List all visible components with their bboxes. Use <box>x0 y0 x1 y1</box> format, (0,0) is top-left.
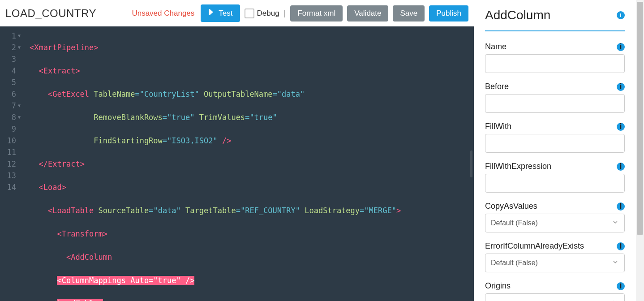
line-number: 6 <box>0 88 21 100</box>
unsaved-indicator: Unsaved Changes <box>132 9 194 18</box>
field-label: Name <box>485 42 507 52</box>
side-panel-wrap: AddColumn i NameiBeforeiFillWithiFillWit… <box>474 0 644 301</box>
format-xml-button[interactable]: Format xml <box>290 5 343 22</box>
field-fillwithexpression: FillWithExpressioni <box>485 162 625 193</box>
line-number: 5 <box>0 77 21 88</box>
main-area: LOAD_COUNTRY Unsaved Changes Test Debug … <box>0 0 474 301</box>
before-input[interactable] <box>485 94 625 113</box>
line-number: 12 <box>0 158 21 170</box>
field-label-row: ErrorIfColumnAlreadyExistsi <box>485 241 625 251</box>
info-icon[interactable]: i <box>617 202 625 211</box>
info-icon[interactable]: i <box>617 123 625 131</box>
fold-icon[interactable]: ▼ <box>18 100 21 112</box>
field-errorifcolumnalreadyexists: ErrorIfColumnAlreadyExistsiDefault (Fals… <box>485 241 625 272</box>
origins-select[interactable] <box>485 293 625 301</box>
fillwith-input[interactable] <box>485 134 625 153</box>
copyasvalues-select[interactable]: Default (False) <box>485 214 625 232</box>
test-button[interactable]: Test <box>201 4 240 22</box>
field-label: ErrorIfColumnAlreadyExists <box>485 241 584 251</box>
code-editor[interactable]: 1▼2▼3 4 5 6 7▼8▼9 10 11 12 13 14 <XmartP… <box>0 26 474 301</box>
toolbar: LOAD_COUNTRY Unsaved Changes Test Debug … <box>0 0 474 26</box>
validate-button[interactable]: Validate <box>347 5 388 22</box>
info-icon[interactable]: i <box>617 43 625 51</box>
field-label-row: Beforei <box>485 82 625 91</box>
field-label-row: Namei <box>485 42 625 52</box>
svg-rect-0 <box>209 9 210 15</box>
debug-checkbox[interactable] <box>245 9 254 18</box>
toolbar-separator: | <box>284 9 286 18</box>
chevron-down-icon <box>612 219 619 228</box>
line-number: 3 <box>0 53 21 65</box>
line-number: 14 <box>0 181 21 193</box>
field-name: Namei <box>485 42 625 73</box>
field-label: Before <box>485 82 509 91</box>
field-label: Origins <box>485 281 511 291</box>
fold-icon[interactable]: ▼ <box>18 112 21 123</box>
play-icon <box>208 8 216 18</box>
publish-button[interactable]: Publish <box>429 5 468 22</box>
info-icon[interactable]: i <box>617 163 625 171</box>
line-number: 7▼ <box>0 100 21 112</box>
line-number: 1▼ <box>0 30 21 42</box>
editor-fold-bar[interactable] <box>469 26 474 301</box>
line-number: 2▼ <box>0 42 21 53</box>
line-number: 10 <box>0 135 21 146</box>
select-value: Default (False) <box>491 259 538 267</box>
panel-title-row: AddColumn i <box>485 8 625 22</box>
line-number: 9 <box>0 123 21 135</box>
name-input[interactable] <box>485 54 625 73</box>
debug-label: Debug <box>257 9 279 18</box>
chevron-down-icon <box>612 258 619 267</box>
info-icon[interactable]: i <box>617 83 625 91</box>
fold-icon[interactable]: ▼ <box>18 30 21 42</box>
field-copyasvalues: CopyAsValuesiDefault (False) <box>485 202 625 232</box>
field-fillwith: FillWithi <box>485 122 625 153</box>
field-label-row: FillWithi <box>485 122 625 131</box>
field-label-row: CopyAsValuesi <box>485 202 625 211</box>
fold-icon[interactable]: ▼ <box>18 42 21 53</box>
panel-divider <box>485 30 625 31</box>
page-title: LOAD_COUNTRY <box>5 7 96 20</box>
save-button[interactable]: Save <box>393 5 425 22</box>
field-before: Beforei <box>485 82 625 113</box>
field-label-row: FillWithExpressioni <box>485 162 625 171</box>
field-label-row: Originsi <box>485 281 625 291</box>
field-label: FillWith <box>485 122 511 131</box>
panel-title: AddColumn <box>485 8 550 22</box>
info-icon[interactable]: i <box>617 242 625 250</box>
line-number: 4 <box>0 65 21 77</box>
editor-code[interactable]: <XmartPipeline> <Extract> <GetExcel Tabl… <box>24 26 401 301</box>
info-icon[interactable]: i <box>617 282 625 290</box>
scrollbar-track[interactable] <box>636 0 644 301</box>
fillwithexpression-input[interactable] <box>485 174 625 193</box>
select-value: Default (False) <box>491 219 538 227</box>
field-origins: Originsi <box>485 281 625 301</box>
line-number: 8▼ <box>0 112 21 123</box>
test-button-label: Test <box>219 9 232 18</box>
info-icon[interactable]: i <box>617 11 625 19</box>
field-label: CopyAsValues <box>485 202 537 211</box>
editor-gutter: 1▼2▼3 4 5 6 7▼8▼9 10 11 12 13 14 <box>0 26 24 301</box>
line-number: 11 <box>0 146 21 158</box>
side-panel: AddColumn i NameiBeforeiFillWithiFillWit… <box>474 0 635 301</box>
line-number: 13 <box>0 170 21 181</box>
scrollbar-thumb[interactable] <box>637 2 643 235</box>
chevron-down-icon <box>612 298 619 301</box>
errorifcolumnalreadyexists-select[interactable]: Default (False) <box>485 254 625 272</box>
field-label: FillWithExpression <box>485 162 551 171</box>
debug-checkbox-wrap[interactable]: Debug <box>245 9 279 18</box>
